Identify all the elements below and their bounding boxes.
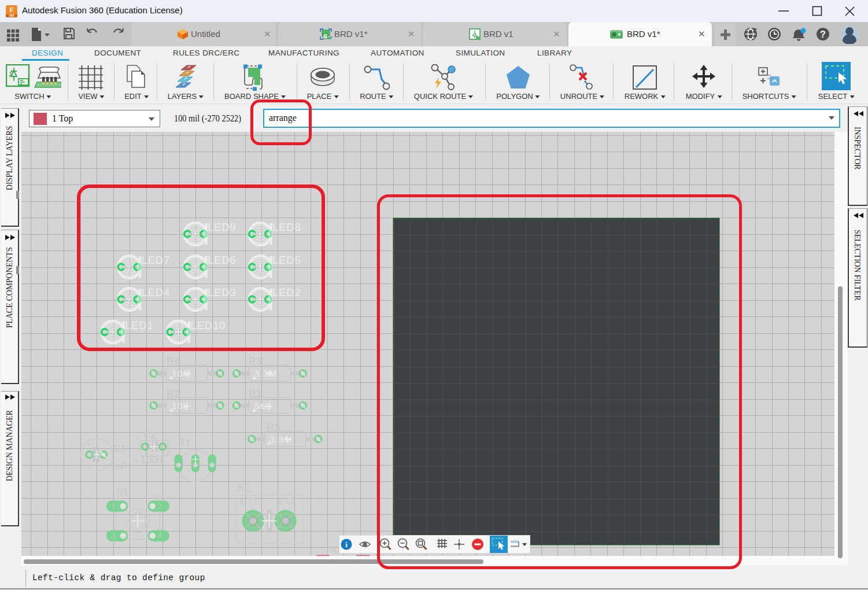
svg-text:3: 3 [111, 531, 116, 540]
svg-text:1: 1 [111, 502, 116, 511]
svg-text:R4: R4 [167, 356, 180, 367]
svg-text:?: ? [820, 30, 826, 39]
svg-text:100n: 100n [141, 455, 162, 466]
svg-text:1: 1 [239, 496, 244, 506]
svg-text:360: 360 [9, 14, 14, 17]
svg-text:R5: R5 [267, 422, 281, 433]
svg-text:T1: T1 [179, 437, 191, 448]
svg-text:10k: 10k [172, 401, 189, 411]
svg-text:i: i [345, 540, 348, 549]
svg-text:F: F [10, 6, 14, 13]
svg-text:R2: R2 [167, 388, 180, 399]
svg-text:2: 2 [278, 496, 282, 506]
svg-text:R1: R1 [249, 388, 263, 399]
svg-text:C1: C1 [113, 443, 126, 454]
svg-text:X1: X1 [236, 481, 252, 495]
svg-text:4: 4 [157, 531, 162, 540]
svg-text:2: 2 [157, 502, 162, 511]
svg-text:1uF: 1uF [110, 461, 127, 472]
svg-text:R3: R3 [249, 356, 263, 367]
svg-text:C2: C2 [143, 430, 156, 441]
svg-text:560: 560 [254, 401, 272, 411]
